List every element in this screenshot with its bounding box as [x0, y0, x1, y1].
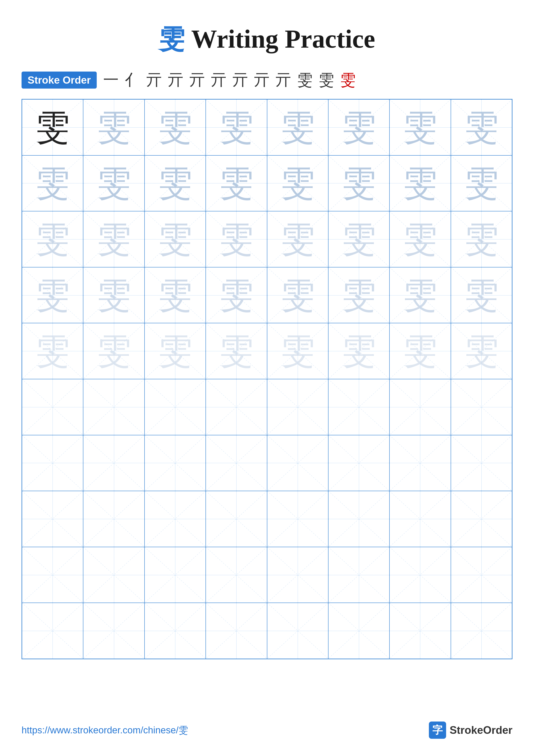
grid-cell[interactable]: 雯 [451, 267, 512, 323]
grid-cell[interactable]: 雯 [144, 99, 206, 155]
grid-cell[interactable] [451, 435, 512, 491]
grid-cell[interactable] [206, 491, 267, 547]
guide-vertical [236, 379, 237, 435]
grid-cell[interactable]: 雯 [83, 323, 144, 379]
grid-cell[interactable]: 雯 [451, 211, 512, 267]
grid-cell[interactable]: 雯 [83, 267, 144, 323]
grid-cell[interactable]: 雯 [267, 267, 328, 323]
grid-cell[interactable] [83, 603, 144, 659]
footer-url[interactable]: https://www.strokeorder.com/chinese/雯 [21, 724, 188, 737]
grid-cell[interactable] [451, 603, 512, 659]
grid-cell[interactable]: 雯 [267, 155, 328, 211]
grid-cell[interactable]: 雯 [22, 99, 83, 155]
grid-cell[interactable]: 雯 [22, 211, 83, 267]
grid-cell[interactable]: 雯 [206, 267, 267, 323]
grid-cell[interactable]: 雯 [144, 323, 206, 379]
grid-cell[interactable]: 雯 [451, 155, 512, 211]
practice-character: 雯 [35, 216, 70, 262]
grid-cell[interactable]: 雯 [267, 323, 328, 379]
grid-cell[interactable] [390, 491, 451, 547]
grid-cell[interactable]: 雯 [390, 99, 451, 155]
grid-cell[interactable]: 雯 [144, 267, 206, 323]
grid-cell[interactable]: 雯 [451, 323, 512, 379]
guide-vertical [114, 379, 114, 435]
grid-cell[interactable] [22, 379, 83, 435]
grid-cell[interactable] [206, 547, 267, 603]
practice-character: 雯 [97, 160, 131, 206]
grid-cell[interactable] [144, 435, 206, 491]
grid-cell[interactable] [390, 379, 451, 435]
grid-cell[interactable] [206, 603, 267, 659]
grid-cell[interactable] [144, 491, 206, 547]
grid-cell[interactable] [267, 379, 328, 435]
grid-cell[interactable] [144, 603, 206, 659]
grid-cell[interactable] [22, 547, 83, 603]
grid-cell[interactable]: 雯 [22, 323, 83, 379]
stroke-3: 亓 [146, 69, 164, 90]
grid-cell[interactable] [83, 547, 144, 603]
grid-cell[interactable] [390, 603, 451, 659]
practice-character: 雯 [280, 328, 315, 374]
grid-cell[interactable] [267, 491, 328, 547]
grid-cell[interactable]: 雯 [390, 211, 451, 267]
grid-cell[interactable] [83, 379, 144, 435]
grid-cell[interactable] [83, 435, 144, 491]
guide-vertical [236, 435, 237, 491]
grid-cell[interactable] [144, 379, 206, 435]
practice-character: 雯 [219, 104, 254, 150]
grid-cell[interactable] [451, 491, 512, 547]
practice-character: 雯 [464, 160, 499, 206]
guide-vertical [481, 603, 482, 659]
grid-cell[interactable]: 雯 [206, 211, 267, 267]
grid-cell[interactable] [206, 435, 267, 491]
grid-cell[interactable]: 雯 [206, 99, 267, 155]
grid-cell[interactable] [83, 491, 144, 547]
grid-cell[interactable]: 雯 [328, 267, 390, 323]
guide-vertical [236, 547, 237, 603]
grid-cell[interactable] [390, 435, 451, 491]
grid-cell[interactable]: 雯 [267, 99, 328, 155]
grid-cell[interactable]: 雯 [206, 155, 267, 211]
practice-character: 雯 [342, 328, 376, 374]
grid-cell[interactable]: 雯 [328, 155, 390, 211]
grid-cell[interactable] [328, 547, 390, 603]
practice-character: 雯 [464, 216, 499, 262]
grid-cell[interactable]: 雯 [328, 211, 390, 267]
stroke-order-row: Stroke Order 一 亻 亓 亓 亓 亓 亓 亓 亓 雯 雯 雯 [21, 69, 513, 90]
grid-cell[interactable] [267, 547, 328, 603]
grid-cell[interactable]: 雯 [144, 211, 206, 267]
guide-vertical [481, 547, 482, 603]
grid-cell[interactable]: 雯 [390, 267, 451, 323]
practice-character: 雯 [280, 272, 315, 318]
stroke-10: 雯 [297, 69, 315, 90]
grid-cell[interactable]: 雯 [83, 211, 144, 267]
grid-cell[interactable]: 雯 [22, 267, 83, 323]
grid-cell[interactable] [267, 603, 328, 659]
grid-cell[interactable] [206, 379, 267, 435]
grid-cell[interactable]: 雯 [390, 323, 451, 379]
grid-cell[interactable] [328, 379, 390, 435]
grid-cell[interactable] [390, 547, 451, 603]
grid-cell[interactable] [328, 491, 390, 547]
grid-cell[interactable]: 雯 [83, 155, 144, 211]
grid-cell[interactable] [22, 435, 83, 491]
grid-cell[interactable]: 雯 [328, 99, 390, 155]
grid-cell[interactable]: 雯 [328, 323, 390, 379]
grid-cell[interactable]: 雯 [22, 155, 83, 211]
grid-cell[interactable] [328, 603, 390, 659]
grid-cell[interactable]: 雯 [83, 99, 144, 155]
grid-cell[interactable] [267, 435, 328, 491]
grid-cell[interactable]: 雯 [451, 99, 512, 155]
practice-character: 雯 [403, 104, 437, 150]
grid-cell[interactable]: 雯 [144, 155, 206, 211]
grid-cell[interactable] [328, 435, 390, 491]
grid-cell[interactable] [144, 547, 206, 603]
grid-cell[interactable] [22, 491, 83, 547]
grid-cell[interactable] [451, 379, 512, 435]
practice-character: 雯 [342, 104, 376, 150]
grid-cell[interactable] [451, 547, 512, 603]
grid-cell[interactable]: 雯 [267, 211, 328, 267]
grid-cell[interactable]: 雯 [206, 323, 267, 379]
grid-cell[interactable] [22, 603, 83, 659]
grid-cell[interactable]: 雯 [390, 155, 451, 211]
